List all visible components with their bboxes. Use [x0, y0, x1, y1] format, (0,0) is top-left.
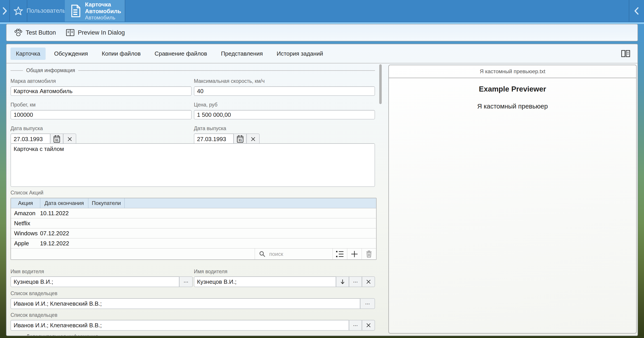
release-date-picker-1: 31	[10, 134, 78, 145]
active-tab-title: Карточка Автомобиль	[85, 1, 125, 14]
table-row[interactable]: Windows 07.12.2022	[11, 228, 376, 238]
group-additional-info: Дополнительная информация	[10, 334, 375, 336]
owners-list-input-2[interactable]	[10, 320, 349, 331]
close-icon	[366, 279, 371, 284]
owners-list-label-1: Список владельцев	[10, 291, 58, 297]
arrow-down-icon	[340, 279, 345, 285]
toggle-preview-panel-button[interactable]	[621, 50, 630, 58]
tab-card-label: Карточка	[16, 50, 40, 57]
release-date-label-1: Дата выпуска	[10, 126, 43, 132]
book-icon	[66, 29, 75, 36]
column-header-filler	[124, 198, 376, 208]
stocks-table-footer	[11, 248, 376, 259]
tab-user[interactable]: Пользователь	[27, 0, 65, 22]
test-button[interactable]: Test Button	[14, 28, 56, 37]
back-button[interactable]	[629, 0, 644, 22]
tab-discussions[interactable]: Обсуждения	[49, 47, 93, 60]
driver-name-field-1: ...	[10, 276, 193, 287]
main-card: Карточка Обсуждения Копии файлов Сравнен…	[6, 44, 638, 336]
ellipsis-button[interactable]: ...	[360, 298, 375, 309]
svg-text:31: 31	[55, 138, 58, 142]
driver-name-input-2[interactable]	[194, 276, 336, 287]
clear-date-button[interactable]	[63, 134, 76, 145]
group-additional-info-label: Дополнительная информация	[26, 334, 98, 336]
driver-name-input-1[interactable]	[10, 276, 179, 287]
calendar-icon: 31	[53, 135, 60, 143]
table-row[interactable]: Amazon 10.11.2022	[11, 208, 376, 218]
calendar-button[interactable]: 31	[50, 134, 63, 145]
favorites-button[interactable]	[10, 0, 27, 22]
column-header-end-date[interactable]: Дата окончания	[40, 198, 88, 208]
stocks-table-header: Акция Дата окончания Покупатели	[11, 198, 376, 208]
highlight-strip	[0, 22, 644, 24]
preview-in-dialog-button[interactable]: Preview In Dialog	[66, 29, 125, 36]
release-date-input-1[interactable]	[10, 134, 50, 145]
release-date-picker-2: 31	[194, 134, 261, 145]
chevron-left-icon	[634, 6, 640, 15]
tab-file-compare-label: Сравнение файлов	[154, 50, 207, 57]
brand-input[interactable]	[10, 86, 192, 96]
owners-list-label-2: Список владельцев	[10, 312, 58, 318]
action-toolbar: Test Button Preview In Dialog	[6, 24, 638, 41]
tab-file-copies[interactable]: Копии файлов	[96, 47, 146, 60]
cell-stock-date: 07.12.2022	[40, 230, 88, 237]
legend-line	[78, 70, 375, 71]
tab-card-active[interactable]: Карточка Автомобиль Автомобиль	[65, 0, 125, 22]
tab-file-copies-label: Копии файлов	[102, 50, 141, 57]
table-row[interactable]: Apple 19.12.2022	[11, 238, 376, 248]
ellipsis-button[interactable]: ...	[349, 276, 362, 287]
test-button-label: Test Button	[26, 29, 56, 36]
search-icon	[259, 251, 266, 257]
forward-button[interactable]	[0, 0, 10, 22]
calendar-button[interactable]: 31	[234, 134, 247, 145]
mileage-input[interactable]	[10, 110, 192, 119]
preview-content: Example Previewer Я кастомный превьюер	[389, 78, 636, 333]
ellipsis-label: ...	[184, 279, 188, 284]
chevron-right-icon	[2, 6, 8, 15]
delete-row-button[interactable]	[362, 248, 376, 259]
table-search-box	[255, 248, 332, 259]
clear-date-button[interactable]	[247, 134, 260, 145]
edit-list-button[interactable]	[332, 248, 347, 259]
form-scrollbar-thumb[interactable]	[379, 64, 382, 104]
footer-spacer	[11, 248, 255, 259]
table-search-input[interactable]	[269, 251, 321, 257]
ellipsis-label: ...	[353, 323, 358, 328]
cell-stock-name: Netflix	[11, 220, 40, 227]
column-header-stock[interactable]: Акция	[11, 198, 40, 208]
ellipsis-button[interactable]: ...	[179, 276, 193, 287]
mileage-label: Пробег, км	[10, 102, 36, 108]
clear-button[interactable]	[362, 320, 375, 331]
ellipsis-button[interactable]: ...	[349, 320, 362, 331]
tab-card[interactable]: Карточка	[10, 47, 46, 60]
tab-file-compare[interactable]: Сравнение файлов	[149, 47, 212, 60]
description-textarea[interactable]: Карточка с тайлом	[10, 143, 375, 187]
star-icon	[14, 6, 23, 16]
active-tab-subtitle: Автомобиль	[85, 14, 125, 21]
down-arrow-button[interactable]	[336, 276, 349, 287]
close-icon	[366, 323, 371, 328]
driver-name-field-2: ...	[194, 276, 375, 287]
clear-button[interactable]	[362, 276, 375, 287]
release-date-input-2[interactable]	[194, 134, 234, 145]
split-panel-icon	[621, 50, 630, 58]
tab-discussions-label: Обсуждения	[54, 50, 88, 57]
preview-filename: Я кастомный превьюер.txt	[389, 65, 636, 78]
speed-input[interactable]	[194, 86, 375, 96]
cell-stock-name: Apple	[11, 240, 40, 247]
owners-list-field-1: ...	[10, 298, 375, 309]
add-row-button[interactable]	[347, 248, 362, 259]
tab-views[interactable]: Представления	[216, 47, 268, 60]
tab-task-history-label: История заданий	[276, 50, 323, 57]
release-date-label-2: Дата выпуска	[194, 126, 226, 132]
calendar-icon: 31	[236, 135, 244, 143]
speed-label: Максимальная скорость, км/ч	[194, 78, 264, 84]
owners-list-input-1[interactable]	[10, 298, 360, 309]
column-header-buyers[interactable]: Покупатели	[88, 198, 124, 208]
price-input[interactable]	[194, 110, 375, 119]
owners-list-field-2: ...	[10, 320, 375, 331]
trash-icon	[366, 250, 372, 258]
document-icon	[71, 4, 81, 17]
tab-task-history[interactable]: История заданий	[271, 47, 328, 60]
table-row[interactable]: Netflix	[11, 218, 376, 228]
